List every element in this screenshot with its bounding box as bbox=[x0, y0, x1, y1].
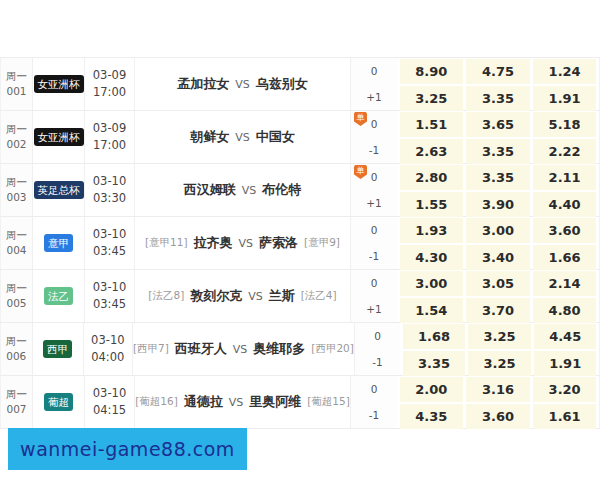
odds-cell[interactable]: 3.25 bbox=[400, 86, 464, 111]
odds-cell[interactable]: 3.40 bbox=[466, 245, 530, 270]
odds-cell[interactable]: 3.35 bbox=[403, 351, 466, 376]
odds-cell[interactable]: 3.90 bbox=[466, 192, 530, 217]
league-badge[interactable]: 英足总杯 bbox=[34, 181, 84, 199]
odds-group: 1.933.003.604.303.401.66 bbox=[397, 217, 599, 269]
match-time-cell: 03-09 17:00 bbox=[85, 111, 135, 163]
odds-cell[interactable]: 1.55 bbox=[400, 192, 464, 217]
league-cell: 葡超 bbox=[33, 376, 85, 428]
match-day: 周一 bbox=[6, 69, 27, 84]
match-day: 周一 bbox=[6, 175, 27, 190]
odds-cell[interactable]: 3.65 bbox=[466, 112, 530, 137]
odds-cell[interactable]: 2.80 bbox=[400, 165, 464, 190]
handicap-value: +1 bbox=[351, 296, 397, 322]
match-day-number: 周一 003 bbox=[1, 164, 33, 216]
vs-label: VS bbox=[229, 396, 244, 409]
odds-cell[interactable]: 2.14 bbox=[533, 271, 597, 296]
handicap-cell: 0 -1 bbox=[355, 323, 400, 375]
league-badge[interactable]: 女亚洲杯 bbox=[34, 75, 84, 93]
odds-cell[interactable]: 2.11 bbox=[533, 165, 597, 190]
odds-cell[interactable]: 1.54 bbox=[400, 298, 464, 323]
handicap-value: 0 bbox=[351, 58, 397, 84]
match-teams[interactable]: [葡超16] 通德拉 VS 里奥阿维 [葡超15] bbox=[135, 376, 351, 428]
odds-cell[interactable]: 4.40 bbox=[533, 192, 597, 217]
home-team: 拉齐奥 bbox=[194, 234, 233, 252]
odds-cell[interactable]: 1.93 bbox=[400, 218, 464, 243]
league-badge[interactable]: 法乙 bbox=[44, 287, 73, 305]
handicap-value: +1 bbox=[351, 84, 397, 110]
odds-cell[interactable]: 3.00 bbox=[400, 271, 464, 296]
match-date: 03-10 bbox=[93, 279, 126, 296]
odds-cell[interactable]: 2.00 bbox=[400, 377, 464, 402]
odds-cell[interactable]: 5.18 bbox=[533, 112, 597, 137]
odds-cell[interactable]: 4.75 bbox=[466, 59, 530, 84]
match-day: 周一 bbox=[6, 122, 27, 137]
match-date: 03-10 bbox=[93, 173, 126, 190]
odds-cell[interactable]: 1.24 bbox=[533, 59, 597, 84]
match-number: 004 bbox=[6, 243, 26, 258]
league-badge[interactable]: 意甲 bbox=[44, 234, 73, 252]
away-team: 中国女 bbox=[256, 128, 295, 146]
odds-cell[interactable]: 4.30 bbox=[400, 245, 464, 270]
odds-cell[interactable]: 3.35 bbox=[466, 86, 530, 111]
away-team: 兰斯 bbox=[269, 287, 295, 305]
league-badge[interactable]: 葡超 bbox=[44, 393, 73, 411]
match-time-cell: 03-10 04:00 bbox=[84, 323, 133, 375]
match-date: 03-10 bbox=[93, 226, 126, 243]
odds-cell[interactable]: 3.25 bbox=[468, 351, 531, 376]
match-teams[interactable]: [西甲7] 西班牙人 VS 奥维耶多 [西甲20] bbox=[133, 323, 355, 375]
match-row: 周一 007 葡超 03-10 04:15 [葡超16] 通德拉 VS 里奥阿维… bbox=[0, 376, 600, 429]
odds-cell[interactable]: 3.05 bbox=[466, 271, 530, 296]
league-badge[interactable]: 女亚洲杯 bbox=[34, 128, 84, 146]
match-day: 周一 bbox=[6, 228, 27, 243]
odds-cell[interactable]: 4.35 bbox=[400, 404, 464, 429]
league-badge[interactable]: 西甲 bbox=[43, 340, 72, 358]
home-team: 西汉姆联 bbox=[184, 181, 236, 199]
odds-cell[interactable]: 3.00 bbox=[466, 218, 530, 243]
league-cell: 英足总杯 bbox=[33, 164, 85, 216]
odds-cell[interactable]: 3.60 bbox=[533, 218, 597, 243]
odds-cell[interactable]: 2.22 bbox=[533, 139, 597, 164]
odds-cell[interactable]: 8.90 bbox=[400, 59, 464, 84]
home-team: 敦刻尔克 bbox=[190, 287, 242, 305]
away-rank-tag: [法乙4] bbox=[301, 289, 337, 303]
odds-cell[interactable]: 3.25 bbox=[468, 324, 531, 349]
odds-cell[interactable]: 4.45 bbox=[534, 324, 597, 349]
match-day-number: 周一 006 bbox=[1, 323, 33, 375]
handicap-cell: 0 -1 bbox=[351, 217, 397, 269]
odds-cell[interactable]: 3.60 bbox=[466, 404, 530, 429]
match-row: 周一 003 英足总杯 03-10 03:30 西汉姆联 VS 布伦特 单 0 … bbox=[0, 164, 600, 217]
match-time: 03:45 bbox=[93, 296, 126, 313]
handicap-value: 0 bbox=[351, 376, 397, 402]
home-rank-tag: [葡超16] bbox=[135, 395, 178, 409]
match-time-cell: 03-10 03:45 bbox=[85, 270, 135, 322]
match-date: 03-10 bbox=[91, 332, 124, 349]
odds-cell[interactable]: 3.16 bbox=[466, 377, 530, 402]
away-rank-tag: [意甲9] bbox=[304, 236, 340, 250]
match-teams[interactable]: [法乙8] 敦刻尔克 VS 兰斯 [法乙4] bbox=[135, 270, 351, 322]
match-teams[interactable]: [意甲11] 拉齐奥 VS 萨索洛 [意甲9] bbox=[135, 217, 351, 269]
odds-cell[interactable]: 1.51 bbox=[400, 112, 464, 137]
league-cell: 西甲 bbox=[33, 323, 84, 375]
odds-cell[interactable]: 3.70 bbox=[466, 298, 530, 323]
odds-cell[interactable]: 3.35 bbox=[466, 165, 530, 190]
odds-cell[interactable]: 1.91 bbox=[534, 351, 597, 376]
odds-cell[interactable]: 4.80 bbox=[533, 298, 597, 323]
vs-label: VS bbox=[235, 78, 250, 91]
match-day-number: 周一 007 bbox=[1, 376, 33, 428]
odds-cell[interactable]: 1.68 bbox=[403, 324, 466, 349]
odds-cell[interactable]: 3.35 bbox=[466, 139, 530, 164]
match-teams[interactable]: 西汉姆联 VS 布伦特 bbox=[135, 164, 351, 216]
match-teams[interactable]: 孟加拉女 VS 乌兹别女 bbox=[135, 58, 351, 110]
handicap-cell: 0 +1 bbox=[351, 58, 397, 110]
odds-cell[interactable]: 3.20 bbox=[533, 377, 597, 402]
match-teams[interactable]: 朝鲜女 VS 中国女 bbox=[135, 111, 351, 163]
odds-cell[interactable]: 2.63 bbox=[400, 139, 464, 164]
odds-cell[interactable]: 1.66 bbox=[533, 245, 597, 270]
home-rank-tag: [西甲7] bbox=[133, 342, 169, 356]
vs-label: VS bbox=[233, 343, 248, 356]
odds-cell[interactable]: 1.91 bbox=[533, 86, 597, 111]
match-number: 007 bbox=[6, 402, 26, 417]
odds-cell[interactable]: 1.61 bbox=[533, 404, 597, 429]
league-cell: 法乙 bbox=[33, 270, 85, 322]
away-team: 乌兹别女 bbox=[256, 75, 308, 93]
